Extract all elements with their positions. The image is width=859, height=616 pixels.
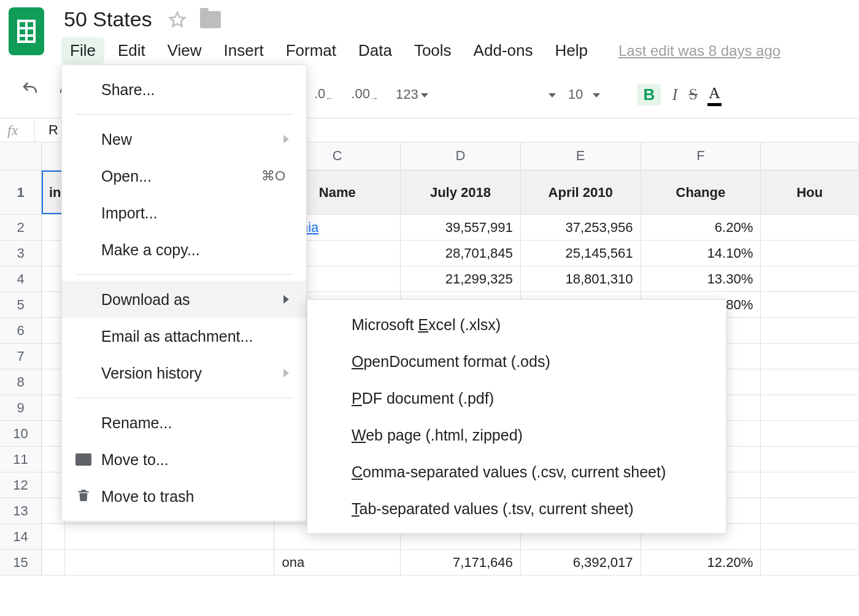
menu-item-download-as[interactable]: Download as [62, 281, 306, 318]
download-tsv[interactable]: Tab-separated values (.tsv, current shee… [307, 490, 726, 527]
cell[interactable] [761, 266, 859, 291]
cell[interactable]: 12.20% [641, 550, 761, 575]
cell[interactable] [761, 241, 859, 266]
menu-file[interactable]: File [61, 37, 104, 64]
cell[interactable] [42, 550, 65, 575]
row-header[interactable]: 1 [0, 171, 42, 214]
row-header[interactable]: 6 [0, 318, 42, 343]
row-header[interactable]: 10 [0, 421, 42, 446]
menu-item-share[interactable]: Share... [62, 71, 306, 108]
last-edit-link[interactable]: Last edit was 8 days ago [618, 42, 780, 60]
menu-data[interactable]: Data [350, 37, 401, 64]
cell[interactable] [761, 550, 859, 575]
cell[interactable]: 37,253,956 [521, 215, 641, 240]
decrease-decimal-button[interactable]: .0← [310, 86, 337, 103]
download-pdf[interactable]: PDF document (.pdf) [307, 380, 726, 417]
formula-input[interactable]: R [35, 122, 58, 138]
cell[interactable] [65, 550, 274, 575]
menu-item-move-to[interactable]: Move to... [62, 441, 306, 478]
menu-view[interactable]: View [159, 37, 210, 64]
row-header[interactable]: 2 [0, 215, 42, 240]
download-html[interactable]: Web page (.html, zipped) [307, 417, 726, 453]
cell[interactable]: 7,171,646 [401, 550, 521, 575]
menu-item-new[interactable]: New [62, 121, 306, 158]
text-color-button[interactable]: A [709, 84, 720, 105]
cell[interactable]: 14.10% [641, 241, 761, 266]
cell[interactable]: Hou [761, 171, 859, 214]
select-all-cell[interactable] [0, 142, 42, 170]
cell[interactable] [761, 292, 859, 317]
column-header[interactable] [761, 142, 859, 170]
cell[interactable]: 28,701,845 [401, 241, 521, 266]
cell[interactable]: 6,392,017 [521, 550, 641, 575]
cell[interactable] [761, 524, 859, 549]
cell[interactable] [761, 395, 859, 420]
number-format-dropdown[interactable]: 123 [392, 87, 432, 102]
row-header[interactable]: 7 [0, 344, 42, 369]
row-header[interactable]: 15 [0, 550, 42, 575]
cell[interactable] [761, 447, 859, 472]
row-header[interactable]: 12 [0, 472, 42, 498]
submenu-arrow-icon [283, 135, 289, 144]
cell[interactable]: 6.20% [641, 215, 761, 240]
font-family-dropdown[interactable] [546, 87, 556, 102]
undo-button[interactable] [21, 80, 39, 102]
cell[interactable]: ona [274, 550, 401, 575]
menu-insert[interactable]: Insert [215, 37, 272, 64]
document-title[interactable]: 50 States [61, 6, 155, 33]
menu-edit[interactable]: Edit [109, 37, 154, 64]
cell[interactable] [761, 344, 859, 369]
menu-item-make-copy[interactable]: Make a copy... [62, 231, 306, 268]
cell[interactable] [761, 421, 859, 446]
column-header[interactable]: E [521, 142, 641, 170]
sheets-app-icon[interactable] [9, 7, 44, 55]
row-header[interactable]: 9 [0, 395, 42, 420]
download-ods[interactable]: OpenDocument format (.ods) [307, 343, 726, 380]
menu-item-email-attachment[interactable]: Email as attachment... [62, 318, 306, 355]
strikethrough-button[interactable]: S [689, 85, 698, 104]
cell[interactable]: 21,299,325 [401, 266, 521, 291]
menu-item-rename[interactable]: Rename... [62, 404, 306, 441]
trash-icon [75, 488, 93, 505]
cell[interactable]: 39,557,991 [401, 215, 521, 240]
cell[interactable] [761, 215, 859, 240]
cell[interactable] [42, 524, 65, 549]
menu-item-version-history[interactable]: Version history [62, 355, 306, 391]
cell[interactable] [761, 472, 859, 498]
row-header[interactable]: 5 [0, 292, 42, 317]
row-header[interactable]: 14 [0, 524, 42, 549]
cell[interactable]: 25,145,561 [521, 241, 641, 266]
cell[interactable]: April 2010 [521, 171, 641, 214]
row-header[interactable]: 4 [0, 266, 42, 291]
folder-icon[interactable] [200, 11, 221, 28]
row-header[interactable]: 3 [0, 241, 42, 266]
star-icon[interactable] [168, 10, 187, 29]
menu-help[interactable]: Help [546, 37, 596, 64]
cell[interactable] [65, 524, 274, 549]
download-xlsx[interactable]: Microsoft Excel (.xlsx) [307, 306, 726, 343]
menu-tools[interactable]: Tools [406, 37, 460, 64]
cell[interactable]: July 2018 [401, 171, 521, 214]
submenu-arrow-icon [283, 295, 289, 304]
row-header[interactable]: 8 [0, 369, 42, 395]
cell[interactable]: 13.30% [641, 266, 761, 291]
row-header[interactable]: 11 [0, 447, 42, 472]
italic-button[interactable]: I [672, 85, 677, 104]
menu-format[interactable]: Format [277, 37, 345, 64]
cell[interactable]: 18,801,310 [521, 266, 641, 291]
download-csv[interactable]: Comma-separated values (.csv, current sh… [307, 453, 726, 490]
row-header[interactable]: 13 [0, 498, 42, 523]
cell[interactable] [761, 318, 859, 343]
column-header[interactable]: D [401, 142, 521, 170]
bold-button[interactable]: B [637, 84, 661, 106]
menu-addons[interactable]: Add-ons [465, 37, 542, 64]
menu-item-import[interactable]: Import... [62, 194, 306, 231]
increase-decimal-button[interactable]: .00→ [347, 86, 382, 103]
cell[interactable] [761, 369, 859, 395]
font-size-dropdown[interactable]: 10 [568, 87, 625, 102]
column-header[interactable]: F [641, 142, 761, 170]
cell[interactable]: Change [641, 171, 761, 214]
menu-item-move-to-trash[interactable]: Move to trash [62, 478, 306, 515]
cell[interactable] [761, 498, 859, 523]
menu-item-open[interactable]: Open...⌘O [62, 158, 306, 194]
